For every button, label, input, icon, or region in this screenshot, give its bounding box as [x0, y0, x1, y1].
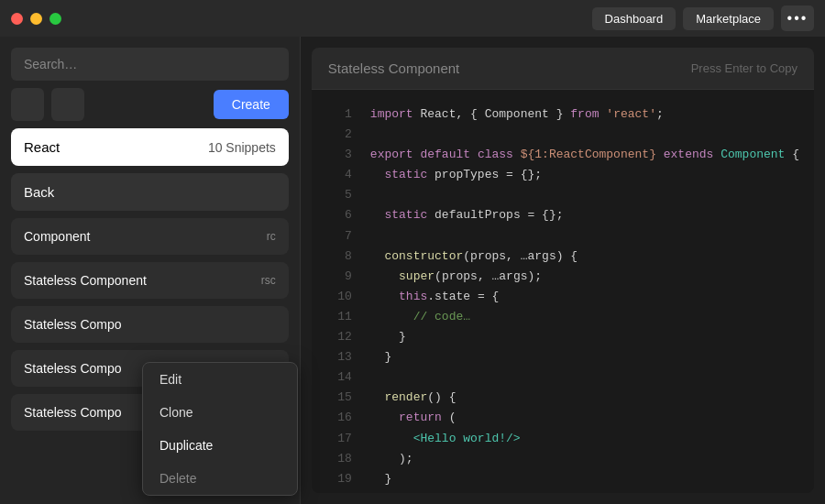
snippet-label: Stateless Compo	[24, 361, 122, 376]
snippet-label: Stateless Compo	[24, 405, 122, 420]
code-line-3: 3 export default class ${1:ReactComponen…	[312, 145, 814, 165]
close-button[interactable]	[11, 13, 23, 25]
code-hint: Press Enter to Copy	[691, 61, 798, 75]
code-line-7: 7	[312, 226, 814, 247]
context-menu: Edit Clone Duplicate Delete	[142, 362, 298, 496]
snippet-label: Component	[24, 229, 90, 244]
maximize-button[interactable]	[50, 13, 61, 25]
create-button[interactable]: Create	[214, 90, 289, 119]
code-line-1: 1 import React, { Component } from 'reac…	[312, 104, 814, 125]
dashboard-button[interactable]: Dashboard	[592, 7, 676, 30]
titlebar: Dashboard Marketplace •••	[0, 0, 825, 37]
context-menu-delete[interactable]: Delete	[143, 462, 297, 495]
code-line-4: 4 static propTypes = {};	[312, 165, 814, 185]
snippet-item-stateless[interactable]: Stateless Component rsc	[11, 262, 289, 299]
code-line-15: 15 render() {	[312, 388, 814, 408]
code-line-12: 12 }	[312, 327, 814, 347]
sidebar: Create React 10 Snippets Back Component …	[0, 37, 301, 504]
code-line-17: 17 <Hello world!/>	[312, 429, 814, 449]
snippet-item-stateless-2[interactable]: Stateless Compo	[11, 306, 289, 343]
code-line-9: 9 super(props, …args);	[312, 267, 814, 287]
code-header: Stateless Component Press Enter to Copy	[312, 48, 814, 90]
code-panel: Stateless Component Press Enter to Copy …	[301, 37, 825, 504]
marketplace-button[interactable]: Marketplace	[683, 7, 774, 30]
snippet-label: Stateless Compo	[24, 317, 122, 332]
traffic-lights	[11, 13, 61, 25]
code-line-19: 19 }	[312, 469, 814, 489]
code-line-11: 11 // code…	[312, 307, 814, 327]
back-button[interactable]: Back	[11, 173, 289, 211]
minimize-button[interactable]	[30, 13, 42, 25]
category-item-react[interactable]: React 10 Snippets	[11, 128, 289, 166]
context-menu-duplicate[interactable]: Duplicate	[143, 429, 297, 462]
icon-button-1[interactable]	[11, 88, 44, 121]
titlebar-actions: Dashboard Marketplace •••	[592, 5, 814, 31]
code-line-5: 5	[312, 185, 814, 205]
code-title: Stateless Component	[328, 60, 459, 76]
context-menu-clone[interactable]: Clone	[143, 396, 297, 429]
icon-row: Create	[11, 88, 289, 121]
code-line-18: 18 );	[312, 449, 814, 469]
snippet-label: Stateless Component	[24, 273, 147, 288]
code-line-14: 14	[312, 367, 814, 388]
category-name: React	[24, 139, 60, 155]
code-line-8: 8 constructor(props, …args) {	[312, 247, 814, 267]
code-line-10: 10 this.state = {	[312, 287, 814, 307]
code-line-6: 6 static defaultProps = {};	[312, 205, 814, 225]
code-line-2: 2	[312, 125, 814, 145]
search-input[interactable]	[11, 48, 289, 81]
more-options-button[interactable]: •••	[781, 5, 814, 31]
context-menu-edit[interactable]: Edit	[143, 363, 297, 396]
icon-button-2[interactable]	[51, 88, 84, 121]
snippet-item-component[interactable]: Component rc	[11, 218, 289, 255]
code-line-20: 20 }	[312, 489, 814, 493]
code-line-13: 13 }	[312, 347, 814, 367]
code-line-16: 16 return (	[312, 408, 814, 428]
category-count: 10 Snippets	[208, 140, 276, 155]
main-layout: Create React 10 Snippets Back Component …	[0, 37, 825, 504]
code-body: 1 import React, { Component } from 'reac…	[312, 90, 814, 493]
snippet-shortcut: rc	[267, 230, 276, 243]
snippet-shortcut: rsc	[261, 274, 276, 287]
